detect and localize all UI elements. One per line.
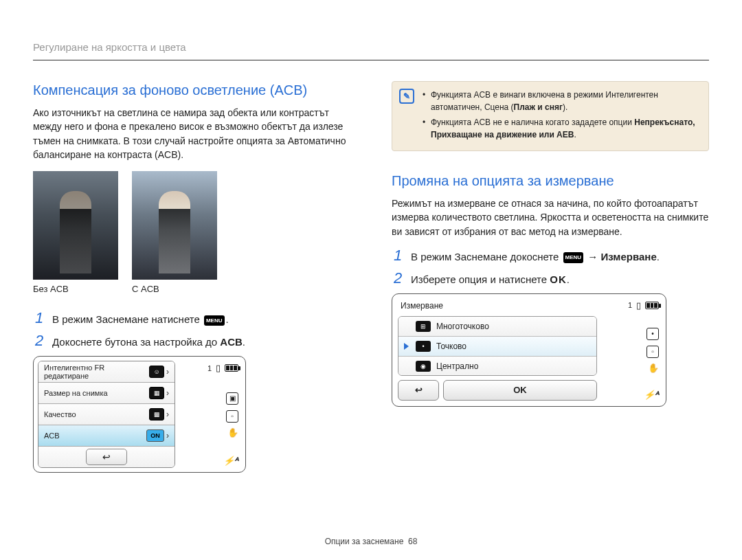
- acb-on-chip[interactable]: ON: [146, 429, 164, 442]
- back-arrow-icon: ↩: [415, 385, 423, 395]
- acb-intro: Ако източникът на светлина се намира зад…: [33, 106, 350, 161]
- metering-options: ⊞ Многоточково • Точково ◉ Централно: [398, 316, 597, 376]
- card-icon: ▯: [636, 301, 641, 310]
- back-button[interactable]: ↩: [398, 380, 439, 401]
- menu-row-back: ↩: [38, 447, 175, 467]
- content-columns: Компенсация за фоново осветление (ACB) А…: [33, 81, 709, 473]
- menu-row-quality[interactable]: Качество ▩›: [38, 404, 175, 425]
- page-footer: Опции за заснемане 68: [0, 537, 742, 546]
- focus-icon: ▫: [226, 410, 238, 423]
- left-column: Компенсация за фоново осветление (ACB) А…: [33, 81, 350, 473]
- photo-with-acb-block: С ACB: [132, 171, 217, 294]
- photo-with-acb: [132, 171, 217, 280]
- counter-value: 1: [207, 364, 212, 372]
- selection-pointer-icon: [404, 343, 409, 350]
- option-spot[interactable]: • Точково: [398, 337, 596, 357]
- metering-panel-title: Измерване: [398, 300, 597, 312]
- acb-step-1: 1 В режим Заснемане натиснете MENU.: [33, 311, 350, 326]
- option-multi[interactable]: ⊞ Многоточково: [398, 317, 596, 337]
- menu-row-fr[interactable]: Интелигентно FR редактиране ☺›: [38, 361, 175, 383]
- face-icon: ☺: [149, 366, 164, 378]
- photo-without-caption: Без ACB: [33, 284, 118, 294]
- note-item-2: Функцията ACB не е налична когато зададе…: [423, 116, 700, 141]
- step-text: Изберете опция и натиснете OK.: [411, 271, 570, 287]
- chevron-right-icon: ›: [166, 367, 169, 377]
- acb-note-box: ✎ Функцията ACB е винаги включена в режи…: [392, 81, 709, 151]
- chevron-right-icon: ›: [166, 431, 169, 440]
- metering-heading: Промяна на опцията за измерване: [392, 172, 709, 190]
- counter-value: 1: [628, 301, 632, 309]
- step-text: В режим Заснемане докоснете MENU → Измер…: [411, 248, 660, 264]
- chevron-right-icon: ›: [166, 388, 169, 398]
- footer-section: Опции за заснемане: [325, 537, 404, 546]
- page-header: Регулиране на яркостта и цвета: [33, 41, 709, 60]
- battery-icon: [645, 302, 659, 309]
- acb-heading: Компенсация за фоново осветление (ACB): [33, 81, 350, 99]
- ok-button[interactable]: OK: [443, 380, 597, 401]
- battery-icon: [225, 364, 238, 372]
- camera-menu-screenshot: Интелигентно FR редактиране ☺› Размер на…: [33, 356, 246, 473]
- flash-auto-icon: ⚡ᴬ: [223, 456, 238, 465]
- photo-without-acb: [33, 171, 118, 280]
- focus-icon: ▫: [647, 346, 659, 358]
- menu-row-size[interactable]: Размер на снимка ▦›: [38, 383, 175, 404]
- camera-status-icons: 1 ▯ ▣ ▫ ✋ ⚡ᴬ: [179, 361, 241, 468]
- step-number: 2: [33, 333, 45, 348]
- note-item-1: Функцията ACB е винаги включена в режими…: [423, 89, 700, 113]
- chevron-right-icon: ›: [166, 410, 169, 419]
- metering-intro: Режимът на измерване се отнася за начина…: [392, 197, 709, 238]
- step-number: 1: [392, 248, 404, 263]
- acb-steps: 1 В режим Заснемане натиснете MENU. 2 До…: [33, 311, 350, 349]
- step-number: 1: [33, 311, 45, 326]
- metering-step-2: 2 Изберете опция и натиснете OK.: [392, 271, 709, 287]
- menu-icon: MENU: [204, 315, 225, 326]
- flash-auto-icon: ⚡ᴬ: [644, 390, 659, 399]
- menu-row-acb[interactable]: ACB ON›: [38, 425, 175, 447]
- metering-icon: •: [647, 328, 659, 340]
- spot-metering-icon: •: [416, 341, 431, 352]
- metering-steps: 1 В режим Заснемане докоснете MENU → Изм…: [392, 248, 709, 287]
- right-column: ✎ Функцията ACB е винаги включена в режи…: [392, 81, 709, 473]
- metering-icon: ▣: [226, 392, 238, 405]
- multi-metering-icon: ⊞: [416, 321, 431, 332]
- info-icon: ✎: [399, 89, 414, 104]
- camera-menu-panel: Интелигентно FR редактиране ☺› Размер на…: [38, 361, 175, 468]
- step-number: 2: [392, 271, 404, 286]
- center-metering-icon: ◉: [416, 361, 431, 372]
- step-text: Докоснете бутона за настройка до ACB.: [52, 333, 245, 349]
- camera-status-icons: 1 ▯ • ▫ ✋ ⚡ᴬ: [604, 300, 660, 401]
- metering-screenshot: Измерване ⊞ Многоточково • Точково ◉: [392, 293, 666, 407]
- size-icon: ▦: [149, 387, 164, 399]
- ok-inline: OK: [550, 273, 567, 285]
- back-arrow-icon: ↩: [102, 451, 111, 462]
- acb-step-2: 2 Докоснете бутона за настройка до ACB.: [33, 333, 350, 349]
- ois-icon: ✋: [227, 428, 238, 437]
- step-text: В режим Заснемане натиснете MENU.: [52, 311, 229, 326]
- quality-icon: ▩: [149, 408, 164, 421]
- option-center[interactable]: ◉ Централно: [398, 357, 596, 376]
- footer-page-number: 68: [408, 537, 417, 546]
- example-photos: Без ACB С ACB: [33, 171, 350, 294]
- photo-without-acb-block: Без ACB: [33, 171, 118, 294]
- metering-step-1: 1 В режим Заснемане докоснете MENU → Изм…: [392, 248, 709, 264]
- card-icon: ▯: [216, 363, 221, 372]
- photo-with-caption: С ACB: [132, 284, 217, 294]
- ois-icon: ✋: [648, 363, 659, 372]
- menu-icon: MENU: [563, 252, 584, 262]
- back-button[interactable]: ↩: [86, 449, 127, 465]
